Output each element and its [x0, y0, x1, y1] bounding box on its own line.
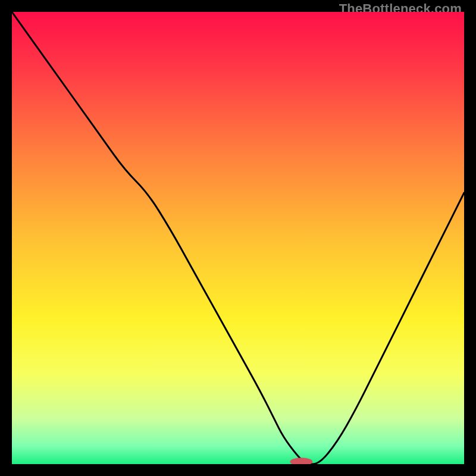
- gradient-background: [12, 12, 464, 464]
- bottleneck-chart: [12, 12, 464, 464]
- plot-area: [12, 12, 464, 464]
- chart-frame: TheBottleneck.com: [0, 0, 476, 476]
